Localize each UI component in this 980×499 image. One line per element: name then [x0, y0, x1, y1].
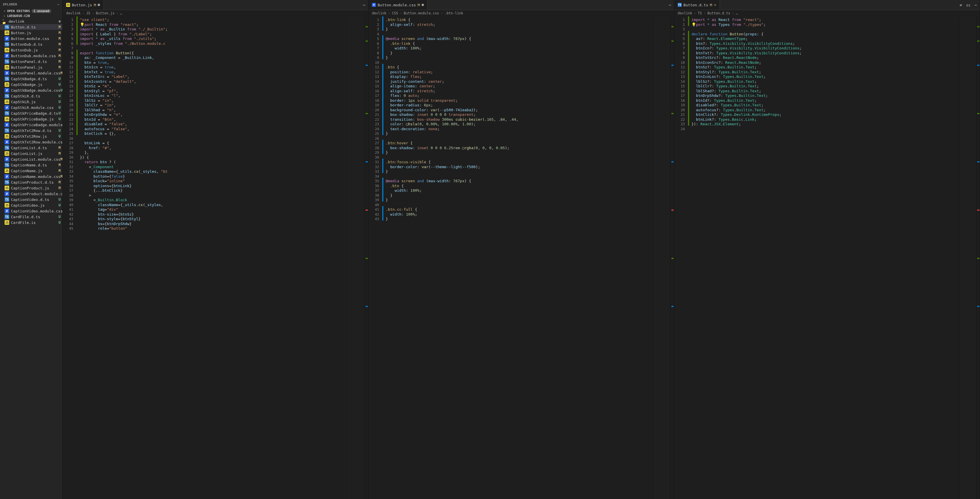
- file-item[interactable]: #ButtonPanel.module.cssM: [0, 70, 62, 76]
- file-item[interactable]: JSCaptionName.jsM: [0, 168, 62, 174]
- file-item[interactable]: JSCaptionVideo.jsU: [0, 202, 62, 208]
- breadcrumb[interactable]: devlink›TS›Button.d.ts›…: [674, 10, 980, 16]
- editor-tab[interactable]: JSButton.jsM: [63, 0, 104, 10]
- file-item[interactable]: #CaptionList.module.cssM: [0, 156, 62, 162]
- editor-tab[interactable]: #Button.module.cssM: [368, 0, 428, 10]
- breadcrumb-segment[interactable]: …: [736, 11, 738, 15]
- pane-more-icon[interactable]: ⋯: [363, 3, 365, 7]
- file-item[interactable]: JSCaptionProduct.jsM: [0, 185, 62, 191]
- file-item[interactable]: TSCaptionProduct.d.tsM: [0, 179, 62, 185]
- file-item[interactable]: JSCapStkBadge.jsU: [0, 81, 62, 88]
- explorer-more-icon[interactable]: ⋯: [57, 3, 59, 6]
- breadcrumb-segment[interactable]: TS: [698, 11, 702, 15]
- breadcrumb[interactable]: devlink›JS›Button.js›…: [63, 10, 368, 16]
- chevron-right-icon: ›: [92, 11, 94, 15]
- breadcrumb-segment[interactable]: devlink: [372, 11, 387, 15]
- breadcrumb-segment[interactable]: devlink: [66, 11, 81, 15]
- code-editor[interactable]: 1234567891011121314151617181920212223242…: [368, 16, 674, 499]
- file-item[interactable]: TSCapStkLR.d.tsU: [0, 93, 62, 99]
- js-file-icon: JS: [5, 82, 9, 87]
- breadcrumb[interactable]: devlink›CSS›Button.module.css›.btn-link: [368, 10, 674, 16]
- workspace-header[interactable]: › LUEQUEUE-C2B: [0, 13, 62, 18]
- file-item[interactable]: #CaptionVideo.module.cssU: [0, 208, 62, 214]
- file-item[interactable]: TSCapStkBadge.d.tsU: [0, 76, 62, 81]
- editor-tab[interactable]: TSButton.d.tsM×: [674, 0, 720, 10]
- file-item[interactable]: #Button.module.cssM: [0, 36, 62, 41]
- file-name: ButtonDub.module.css: [11, 54, 56, 58]
- tab-git-status: M: [710, 3, 712, 7]
- breadcrumb-segment[interactable]: CSS: [392, 11, 398, 15]
- minimap[interactable]: [653, 16, 670, 499]
- file-item[interactable]: TSButtonPanel.d.tsM: [0, 59, 62, 64]
- file-item[interactable]: #CapStkTxt2Row.module.cssU: [0, 139, 62, 145]
- css-file-icon: #: [372, 3, 376, 7]
- code-content[interactable]: .btn-link { align-self: stretch; } @medi…: [383, 16, 653, 499]
- file-item[interactable]: TSCaptionName.d.tsM: [0, 162, 62, 168]
- file-item[interactable]: #CapStkPriceBadge.module...U: [0, 122, 62, 128]
- breadcrumb-segment[interactable]: .btn-link: [445, 11, 463, 15]
- compare-changes-icon[interactable]: ⇄: [960, 3, 962, 7]
- pane-more-icon[interactable]: ⋯: [669, 3, 671, 7]
- file-item[interactable]: #CapStkBadge.module.cssU: [0, 88, 62, 93]
- overview-ruler[interactable]: [670, 16, 674, 499]
- file-item[interactable]: TSButtonDub.d.tsM: [0, 41, 62, 47]
- file-item[interactable]: TSButton.d.tsM: [0, 24, 62, 30]
- close-tab-icon[interactable]: ×: [714, 3, 716, 7]
- breadcrumb-segment[interactable]: JS: [86, 11, 90, 15]
- file-item[interactable]: JSButtonDub.jsM: [0, 47, 62, 53]
- code-content[interactable]: "use client"; 💡port React from "react"; …: [78, 16, 347, 499]
- file-item[interactable]: TSCaptionList.d.tsM: [0, 145, 62, 151]
- ts-file-icon: TS: [5, 145, 9, 150]
- js-file-icon: JS: [5, 48, 9, 52]
- file-item[interactable]: #ButtonDub.module.cssM: [0, 53, 62, 59]
- folder-label: devlink: [9, 19, 24, 24]
- pane-actions: ⋯: [360, 3, 368, 7]
- css-file-icon: #: [5, 191, 9, 196]
- minimap[interactable]: [959, 16, 976, 499]
- tab-filename: Button.module.css: [378, 3, 416, 7]
- file-item[interactable]: JSCapStkLR.jsU: [0, 99, 62, 105]
- more-icon[interactable]: ⋯: [975, 3, 977, 7]
- folder-devlink[interactable]: ▾📁 devlink: [0, 18, 62, 24]
- editor-pane: #Button.module.cssM⋯devlink›CSS›Button.m…: [368, 0, 674, 499]
- file-item[interactable]: JSCaptionList.jsM: [0, 151, 62, 156]
- unsaved-badge: 1 unsaved: [32, 9, 51, 13]
- breadcrumb-segment[interactable]: …: [120, 11, 122, 15]
- folder-open-icon: ▾📁: [2, 19, 7, 24]
- file-item[interactable]: #CaptionName.module.cssM: [0, 174, 62, 179]
- git-status-badge: U: [59, 220, 60, 225]
- file-item[interactable]: TSCapStkPriceBadge.d.tsU: [0, 110, 62, 116]
- git-status-badge: U: [59, 111, 60, 115]
- code-content[interactable]: import * as React from "react"; 💡port * …: [689, 16, 959, 499]
- file-item[interactable]: JSCardFile.isU: [0, 220, 62, 225]
- git-status-badge: M: [60, 174, 62, 179]
- file-item[interactable]: JSButton.jsM: [0, 30, 62, 36]
- editor-top-actions: ⇄▯▯⋯: [957, 3, 980, 7]
- minimap[interactable]: [347, 16, 365, 499]
- code-editor[interactable]: 1234567891011121314151617181920212223242…: [63, 16, 368, 499]
- file-name: CapStkPriceBadge.d.ts: [11, 111, 58, 116]
- file-item[interactable]: TSCardFile.d.tsU: [0, 214, 62, 220]
- git-status-badge: M: [59, 186, 60, 190]
- file-item[interactable]: #CapStkLR.module.cssU: [0, 105, 62, 110]
- git-status-badge: U: [59, 215, 60, 219]
- git-status-badge: U: [59, 129, 60, 132]
- overview-ruler[interactable]: [365, 16, 368, 499]
- css-file-icon: #: [5, 88, 9, 92]
- open-editors-header[interactable]: › OPEN EDITORS 1 unsaved: [0, 9, 62, 13]
- file-name: CapStkLR.d.ts: [11, 94, 40, 98]
- file-item[interactable]: JSButtonPanel.jsM: [0, 64, 62, 70]
- breadcrumb-segment[interactable]: Button.module.css: [404, 11, 439, 15]
- file-item[interactable]: TSCapStkTxt2Row.d.tsU: [0, 128, 62, 133]
- file-item[interactable]: JSCapStkTxt2Row.jsU: [0, 133, 62, 139]
- editor-pane: TSButton.d.tsM×⇄▯▯⋯devlink›TS›Button.d.t…: [674, 0, 980, 499]
- code-editor[interactable]: 123456789101112131415161718192021222324i…: [674, 16, 980, 499]
- breadcrumb-segment[interactable]: devlink: [678, 11, 692, 15]
- split-editor-icon[interactable]: ▯▯: [966, 3, 971, 7]
- file-item[interactable]: JSCapStkPriceBadge.jsU: [0, 116, 62, 122]
- file-item[interactable]: TSCaptionVideo.d.tsU: [0, 197, 62, 202]
- file-item[interactable]: #CaptionProduct.module.cssM: [0, 191, 62, 197]
- overview-ruler[interactable]: [976, 16, 980, 499]
- breadcrumb-segment[interactable]: Button.js: [96, 11, 115, 15]
- breadcrumb-segment[interactable]: Button.d.ts: [708, 11, 730, 15]
